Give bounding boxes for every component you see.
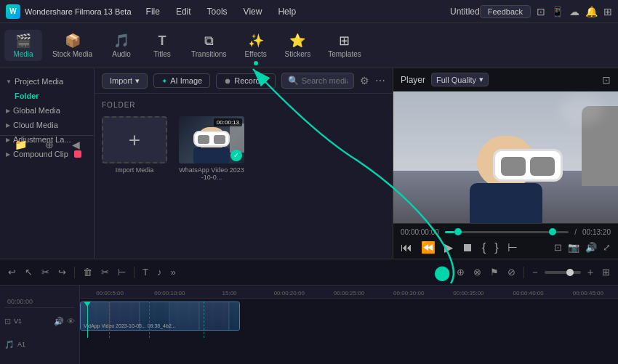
cloud-media-header[interactable]: ▶ Cloud Media [0, 118, 94, 132]
titles-icon: T [158, 33, 166, 49]
feedback-button[interactable]: Feedback [480, 5, 531, 18]
media-icon: 🎬 [15, 33, 31, 49]
tl-record-icon[interactable]: ⬤ [434, 264, 450, 281]
progress-handle[interactable] [454, 228, 462, 235]
collapse-icon[interactable]: ◀ [72, 139, 80, 150]
plus-icon: + [129, 129, 140, 152]
phone-icon[interactable]: 📱 [551, 6, 563, 17]
toolbar-effects[interactable]: ✨ Effects [237, 30, 275, 61]
vr-lens-left [501, 157, 526, 176]
toolbar-transitions[interactable]: ⧉ Transitions [184, 31, 234, 61]
templates-label: Templates [328, 50, 361, 58]
track-mute-icon[interactable]: 🔊 [54, 317, 64, 326]
monitor-icon[interactable]: ⊡ [537, 6, 545, 17]
end-marker[interactable] [549, 228, 556, 235]
fullscreen-icon[interactable]: ⤢ [603, 242, 611, 253]
divider-slash: / [574, 228, 577, 236]
volume-icon[interactable]: 🔊 [585, 242, 597, 253]
filter-icon[interactable]: ⚙ [360, 75, 369, 86]
search-input[interactable] [302, 76, 348, 85]
menu-view[interactable]: View [241, 5, 265, 18]
quality-select[interactable]: Full Quality ▾ [431, 73, 489, 86]
ruler-spacer: 00:00:00 [4, 295, 75, 308]
import-button[interactable]: Import ▾ [102, 73, 148, 89]
search-box[interactable]: 🔍 [281, 73, 354, 89]
toolbar-stock-media[interactable]: 📦 Stock Media [45, 30, 100, 61]
timeline-cursor[interactable] [87, 302, 88, 338]
import-media-label: Import Media [116, 166, 154, 174]
tl-split-icon[interactable]: ⊢ [116, 265, 128, 279]
zoom-in-icon[interactable]: ＋ [585, 266, 595, 279]
cloud-upload-icon[interactable]: ☁ [569, 6, 579, 17]
toolbar-titles[interactable]: T Titles [143, 31, 181, 61]
chevron-right-icon: ▶ [6, 108, 10, 114]
tl-more-icon[interactable]: » [168, 265, 177, 279]
bracket-left-icon[interactable]: { [482, 241, 486, 254]
import-media-item[interactable]: + Import Media [102, 116, 167, 181]
menu-edit[interactable]: Edit [173, 5, 194, 18]
progress-track[interactable] [445, 231, 569, 233]
zoom-out-icon[interactable]: － [530, 266, 540, 279]
global-media-header[interactable]: ▶ Global Media [0, 103, 94, 118]
player-settings-icon[interactable]: ⊡ [602, 74, 611, 86]
vr-person [455, 129, 557, 223]
skip-back-icon[interactable]: ⏮ [401, 241, 412, 254]
grid-icon[interactable]: ⊞ [603, 6, 612, 17]
tl-cursor-icon[interactable]: ↖ [23, 265, 35, 279]
ctrl-right-buttons: ⊡ 📷 🔊 ⤢ [554, 242, 611, 253]
new-folder-icon[interactable]: 📁 [15, 139, 27, 150]
ai-image-label: AI Image [170, 76, 202, 85]
tl-magnet-icon[interactable]: ⊗ [471, 265, 483, 279]
video-clip[interactable]: VidApp Video 2023-10-05... 08:38_4b2... [80, 302, 240, 331]
step-back-icon[interactable]: ⏪ [421, 240, 436, 254]
menu-help[interactable]: Help [275, 5, 299, 18]
camera-icon[interactable]: 📷 [568, 242, 579, 253]
tl-grid-icon[interactable]: ⊞ [600, 265, 612, 279]
add-icon[interactable]: ⊕ [45, 139, 54, 150]
media-area: Import ▾ ✦ AI Image ⏺ Record ▾ 🔍 ⚙ ⋯ FOL… [95, 68, 393, 259]
ruler-tick-2: 15:00 [199, 290, 259, 296]
split-icon[interactable]: ⊢ [507, 240, 518, 254]
more-icon[interactable]: ⋯ [375, 75, 385, 86]
import-chevron-icon: ▾ [135, 76, 140, 86]
toolbar-templates[interactable]: ⊞ Templates [321, 30, 369, 61]
tl-split2-icon[interactable]: ⊘ [505, 265, 518, 279]
import-thumb: + [102, 116, 167, 163]
toolbar-media[interactable]: 🎬 Media [4, 30, 42, 61]
tl-undo-icon[interactable]: ↩ [6, 265, 18, 279]
app-title: Wondershare Filmora 13 Beta [25, 7, 132, 16]
ai-image-button[interactable]: ✦ AI Image [153, 73, 210, 88]
folder-item[interactable]: Folder [0, 89, 94, 103]
tl-marker-icon[interactable]: ⚑ [488, 265, 501, 279]
zoom-handle[interactable] [566, 269, 574, 276]
screen-icon[interactable]: ⊡ [554, 242, 562, 253]
menu-file[interactable]: File [143, 5, 163, 18]
total-time: 00:13:20 [582, 228, 611, 236]
quality-text: Full Quality [436, 76, 476, 84]
record-dot-icon: ⏺ [224, 77, 231, 85]
tl-text-icon[interactable]: T [140, 265, 151, 279]
toolbar-stickers[interactable]: ⭐ Stickers [278, 30, 318, 61]
ruler-tick-5: 00:00:30:00 [379, 290, 438, 296]
doc-title: Untitled [450, 7, 480, 17]
tl-cut-icon[interactable]: ✂ [99, 265, 111, 279]
vr-headset [493, 149, 563, 182]
stop-icon[interactable]: ⏹ [462, 241, 473, 254]
tl-ripple-icon[interactable]: ⊕ [454, 265, 467, 279]
tl-razor-icon[interactable]: ✂ [39, 265, 52, 279]
tl-audio-icon[interactable]: ♪ [155, 265, 164, 279]
record-button[interactable]: ⏺ Record ▾ [216, 73, 275, 89]
bracket-right-icon[interactable]: } [494, 241, 498, 254]
play-icon[interactable]: ▶ [444, 240, 453, 254]
tl-delete-icon[interactable]: 🗑 [81, 265, 95, 279]
media-content: FOLDER + Import Media [95, 94, 393, 259]
tl-redo-icon[interactable]: ↪ [56, 265, 68, 279]
project-media-header[interactable]: ▼ Project Media [0, 74, 94, 89]
video-thumb: 00:00:13 ✓ [179, 116, 244, 163]
track-eye-icon[interactable]: 👁 [67, 317, 75, 325]
notification-icon[interactable]: 🔔 [585, 6, 598, 17]
zoom-slider[interactable] [545, 271, 581, 274]
video-media-item[interactable]: 00:00:13 ✓ WhatsApp Video 2023-10-0... [179, 116, 244, 181]
menu-tools[interactable]: Tools [204, 5, 230, 18]
toolbar-audio[interactable]: 🎵 Audio [103, 30, 140, 61]
